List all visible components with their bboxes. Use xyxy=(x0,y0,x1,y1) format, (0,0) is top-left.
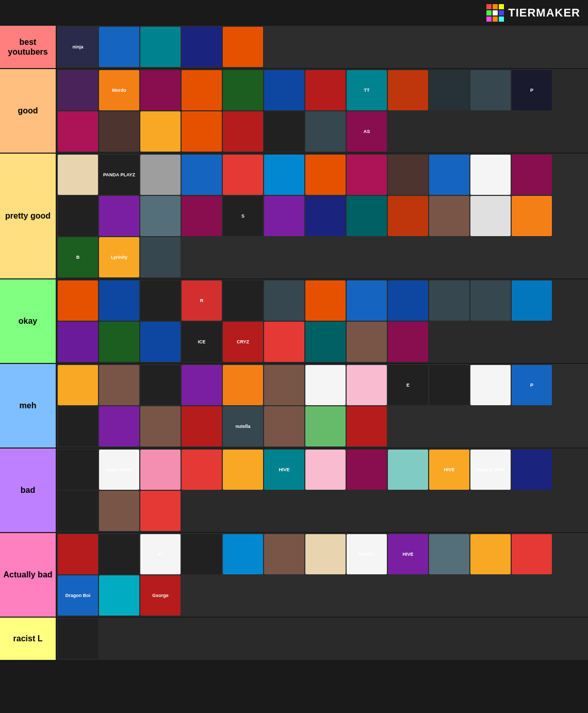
avatar[interactable]: HIVE xyxy=(388,534,428,574)
avatar[interactable] xyxy=(470,534,511,574)
avatar[interactable] xyxy=(223,70,263,110)
avatar[interactable] xyxy=(140,196,181,236)
avatar[interactable] xyxy=(223,155,263,195)
avatar[interactable]: ninja xyxy=(58,27,98,67)
avatar[interactable] xyxy=(140,491,181,531)
avatar[interactable] xyxy=(182,196,222,236)
avatar[interactable] xyxy=(264,365,304,405)
avatar[interactable] xyxy=(140,237,181,277)
avatar[interactable] xyxy=(429,196,469,236)
avatar[interactable] xyxy=(388,196,428,236)
avatar[interactable] xyxy=(99,406,139,446)
avatar[interactable] xyxy=(264,111,304,152)
avatar[interactable] xyxy=(99,491,139,531)
avatar[interactable] xyxy=(470,365,511,405)
avatar[interactable] xyxy=(58,534,98,574)
avatar[interactable] xyxy=(99,27,139,67)
avatar[interactable] xyxy=(140,450,181,490)
avatar[interactable] xyxy=(140,322,181,362)
avatar[interactable] xyxy=(264,155,304,195)
avatar[interactable] xyxy=(264,322,304,362)
avatar[interactable] xyxy=(58,280,98,321)
avatar[interactable] xyxy=(347,450,387,490)
avatar[interactable] xyxy=(347,280,387,321)
avatar[interactable]: TT xyxy=(347,70,387,110)
avatar[interactable] xyxy=(305,534,346,574)
avatar[interactable] xyxy=(140,280,181,321)
avatar[interactable] xyxy=(182,70,222,110)
avatar[interactable] xyxy=(140,365,181,405)
avatar[interactable] xyxy=(58,155,98,195)
avatar[interactable]: Dragon Boi xyxy=(58,575,98,616)
avatar[interactable]: R xyxy=(182,280,222,321)
avatar[interactable] xyxy=(347,406,387,446)
avatar[interactable]: HIVE xyxy=(264,450,304,490)
avatar[interactable] xyxy=(264,280,304,321)
avatar[interactable] xyxy=(388,155,428,195)
avatar[interactable] xyxy=(58,406,98,446)
avatar[interactable] xyxy=(388,322,428,362)
avatar[interactable] xyxy=(470,70,511,110)
avatar[interactable] xyxy=(347,365,387,405)
avatar[interactable] xyxy=(264,406,304,446)
avatar[interactable]: Gxorge xyxy=(140,575,181,616)
avatar[interactable] xyxy=(223,450,263,490)
avatar[interactable] xyxy=(429,155,469,195)
avatar[interactable] xyxy=(58,365,98,405)
avatar[interactable] xyxy=(182,450,222,490)
avatar[interactable]: AS xyxy=(347,111,387,152)
avatar[interactable] xyxy=(305,70,346,110)
avatar[interactable] xyxy=(223,27,263,67)
avatar[interactable]: PANDA xyxy=(347,534,387,574)
avatar[interactable] xyxy=(347,155,387,195)
avatar[interactable] xyxy=(305,196,346,236)
avatar[interactable] xyxy=(223,111,263,152)
avatar[interactable] xyxy=(99,575,139,616)
avatar[interactable]: Mordo xyxy=(99,70,139,110)
avatar[interactable] xyxy=(305,280,346,321)
avatar[interactable] xyxy=(429,365,469,405)
avatar[interactable] xyxy=(305,406,346,446)
avatar[interactable]: ICE xyxy=(182,322,222,362)
avatar[interactable] xyxy=(305,365,346,405)
avatar[interactable] xyxy=(305,450,346,490)
avatar[interactable] xyxy=(388,450,428,490)
avatar[interactable] xyxy=(388,70,428,110)
avatar[interactable] xyxy=(182,406,222,446)
avatar[interactable] xyxy=(140,155,181,195)
avatar[interactable] xyxy=(223,534,263,574)
avatar[interactable] xyxy=(140,70,181,110)
avatar[interactable] xyxy=(140,111,181,152)
avatar[interactable] xyxy=(470,280,511,321)
avatar[interactable] xyxy=(182,111,222,152)
avatar[interactable] xyxy=(99,365,139,405)
avatar[interactable]: PANDA PLAYZ xyxy=(99,155,139,195)
avatar[interactable] xyxy=(58,70,98,110)
avatar[interactable]: HIVE xyxy=(429,450,469,490)
avatar[interactable] xyxy=(99,111,139,152)
avatar[interactable] xyxy=(512,280,552,321)
avatar[interactable]: A+ xyxy=(140,534,181,574)
avatar[interactable] xyxy=(512,155,552,195)
avatar[interactable] xyxy=(429,70,469,110)
avatar[interactable] xyxy=(58,196,98,236)
avatar[interactable] xyxy=(264,196,304,236)
avatar[interactable] xyxy=(182,27,222,67)
avatar[interactable] xyxy=(470,196,511,236)
avatar[interactable] xyxy=(512,450,552,490)
avatar[interactable]: E xyxy=(388,365,428,405)
avatar[interactable] xyxy=(140,406,181,446)
avatar[interactable] xyxy=(58,450,98,490)
avatar[interactable] xyxy=(512,534,552,574)
avatar[interactable] xyxy=(388,280,428,321)
avatar[interactable]: P xyxy=(512,365,552,405)
avatar[interactable] xyxy=(305,155,346,195)
avatar[interactable] xyxy=(58,322,98,362)
avatar[interactable] xyxy=(429,280,469,321)
avatar[interactable]: S xyxy=(223,196,263,236)
avatar[interactable]: Dragi & Robi xyxy=(470,450,511,490)
avatar[interactable] xyxy=(470,155,511,195)
avatar[interactable]: P xyxy=(512,70,552,110)
avatar[interactable]: CRYZ xyxy=(223,322,263,362)
avatar[interactable] xyxy=(264,534,304,574)
